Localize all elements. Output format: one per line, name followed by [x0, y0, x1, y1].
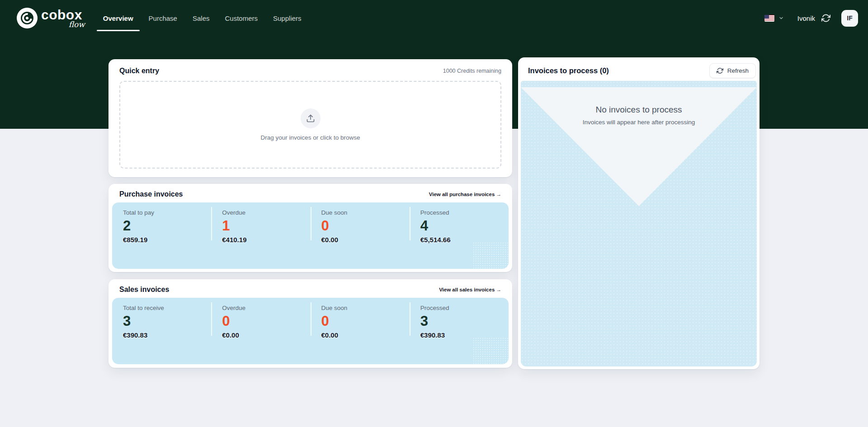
- stat-count: 3: [123, 313, 207, 330]
- stat-count: 4: [420, 217, 504, 235]
- brand-subname: flow: [69, 21, 85, 28]
- purchase-invoices-title: Purchase invoices: [119, 190, 183, 198]
- view-all-sales-invoices-link[interactable]: View all sales invoices →: [439, 287, 501, 292]
- nav-item-suppliers[interactable]: Suppliers: [273, 0, 302, 36]
- refresh-icon: [717, 67, 723, 74]
- stat-count: 0: [321, 217, 405, 235]
- cobox-logo[interactable]: cobox flow: [17, 8, 82, 28]
- stat-amount: €0.00: [222, 331, 306, 339]
- topbar-right-section: Ivonik IF: [763, 10, 858, 27]
- stat-count: 1: [222, 217, 306, 235]
- quick-entry-title: Quick entry: [119, 67, 159, 75]
- switch-account-icon[interactable]: [821, 14, 830, 23]
- stat-amount: €390.83: [123, 331, 207, 339]
- invoices-to-process-panel: Invoices to process (0) Refresh No invoi…: [518, 57, 760, 369]
- nav-item-purchase[interactable]: Purchase: [149, 0, 177, 36]
- content-area: Quick entry 1000 Credits remaining Drag …: [108, 59, 760, 369]
- top-navigation-bar: cobox flow Overview Purchase Sales Custo…: [0, 0, 868, 36]
- brand-name: cobox: [41, 8, 82, 22]
- purchase-invoices-card: Purchase invoices View all purchase invo…: [108, 184, 512, 272]
- nav-item-sales[interactable]: Sales: [193, 0, 210, 36]
- stat-amount: €5,514.66: [420, 236, 504, 244]
- invoices-to-process-title: Invoices to process (0): [528, 66, 609, 75]
- stat-processed: Processed 4 €5,514.66: [410, 202, 509, 269]
- stat-amount: €859.19: [123, 236, 207, 244]
- username-label: Ivonik: [797, 14, 815, 22]
- chevron-down-icon: [778, 15, 784, 21]
- credits-remaining: 1000 Credits remaining: [443, 68, 501, 74]
- quick-entry-card: Quick entry 1000 Credits remaining Drag …: [108, 59, 512, 177]
- stat-total-to-receive: Total to receive 3 €390.83: [112, 298, 211, 364]
- stat-overdue: Overdue 0 €0.00: [211, 298, 310, 364]
- language-selector[interactable]: [763, 13, 786, 23]
- stat-count: 0: [321, 313, 405, 330]
- upload-icon: [301, 108, 321, 128]
- stat-amount: €0.00: [321, 236, 405, 244]
- view-all-purchase-invoices-link[interactable]: View all purchase invoices →: [429, 192, 501, 197]
- stat-due-soon: Due soon 0 €0.00: [311, 202, 410, 269]
- empty-state-subtitle: Invoices will appear here after processi…: [521, 119, 757, 126]
- empty-state-title: No invoices to process: [521, 105, 757, 115]
- refresh-button[interactable]: Refresh: [709, 63, 756, 78]
- stat-overdue: Overdue 1 €410.19: [211, 202, 310, 269]
- nav-item-customers[interactable]: Customers: [225, 0, 258, 36]
- purchase-stats-panel: Total to pay 2 €859.19 Overdue 1 €410.19…: [112, 202, 509, 269]
- sales-invoices-card: Sales invoices View all sales invoices →…: [108, 279, 512, 368]
- stat-count: 2: [123, 217, 207, 235]
- stat-total-to-pay: Total to pay 2 €859.19: [112, 202, 211, 269]
- stat-amount: €410.19: [222, 236, 306, 244]
- nav-item-overview[interactable]: Overview: [103, 0, 133, 36]
- stat-amount: €0.00: [321, 331, 405, 339]
- stat-due-soon: Due soon 0 €0.00: [311, 298, 410, 364]
- stat-processed: Processed 3 €390.83: [410, 298, 509, 364]
- user-avatar[interactable]: IF: [841, 10, 858, 27]
- main-nav: Overview Purchase Sales Customers Suppli…: [103, 0, 302, 36]
- stat-count: 3: [420, 313, 504, 330]
- dropzone-hint: Drag your invoices or click to browse: [261, 134, 360, 141]
- stat-amount: €390.83: [420, 331, 504, 339]
- stat-count: 0: [222, 313, 306, 330]
- invoice-dropzone[interactable]: Drag your invoices or click to browse: [119, 81, 501, 169]
- sales-invoices-title: Sales invoices: [119, 286, 169, 294]
- left-column: Quick entry 1000 Credits remaining Drag …: [108, 59, 512, 369]
- us-flag-icon: [764, 15, 774, 22]
- process-panel-body: No invoices to process Invoices will app…: [521, 81, 757, 366]
- sales-stats-panel: Total to receive 3 €390.83 Overdue 0 €0.…: [112, 298, 509, 364]
- cobox-logo-icon: [17, 8, 38, 28]
